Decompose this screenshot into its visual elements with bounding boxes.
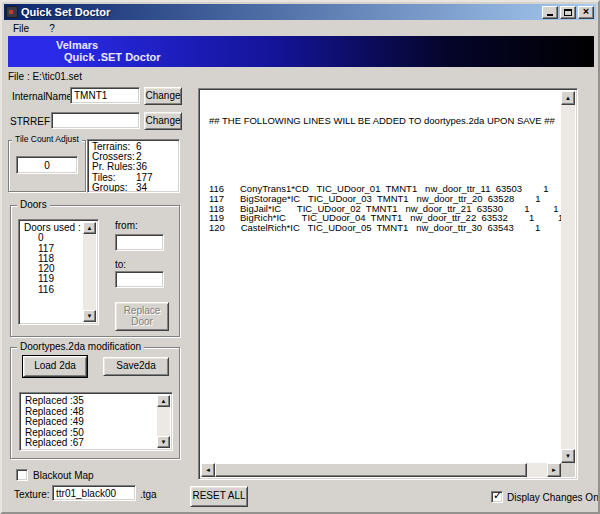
- close-icon: ×: [583, 6, 589, 17]
- doors-group: Doors Doors used :0117118120119116 ▲ ▼ f…: [10, 205, 180, 337]
- display-changes-label[interactable]: Display Changes Only: [507, 492, 600, 503]
- tile-count-group: Tile Count Adjust: [8, 140, 86, 192]
- minimize-button[interactable]: [542, 6, 558, 19]
- tile-count-input[interactable]: [16, 156, 78, 174]
- texture-label: Texture:: [14, 489, 50, 500]
- tile-count-group-title: Tile Count Adjust: [12, 134, 82, 144]
- banner-line1: Velmars: [56, 39, 98, 51]
- doortypes-group-title: Doortypes.2da modification: [17, 341, 144, 352]
- door-to-input[interactable]: [115, 271, 164, 288]
- output-rows: 116 ConyTrans1*CD TIC_UDoor_01 TMNT1 nw_…: [209, 155, 561, 233]
- doors-used-item[interactable]: 116: [24, 285, 83, 295]
- menu-item[interactable]: File: [11, 23, 31, 34]
- close-button[interactable]: ×: [578, 6, 594, 19]
- output-vertical-scrollbar[interactable]: ▲ ▼: [561, 91, 575, 463]
- replaced-label: Replaced :: [25, 396, 73, 407]
- door-from-input[interactable]: [115, 234, 164, 251]
- door-to-label: to:: [115, 259, 126, 270]
- set-stats-list[interactable]: Terrains: 6 Crossers: 2 Pr. Rules: 36 Ti…: [87, 139, 180, 193]
- texture-input[interactable]: [52, 485, 136, 501]
- app-banner: Velmars Quick .SET Doctor: [8, 36, 594, 67]
- blackout-map-label[interactable]: Blackout Map: [33, 470, 94, 481]
- replaced-item[interactable]: Replaced : 67: [25, 438, 157, 448]
- texture-suffix-label: .tga: [140, 489, 157, 500]
- load-2da-button[interactable]: Load 2da: [23, 356, 87, 377]
- stat-label: Groups:: [92, 183, 136, 193]
- strref-label: STRREF: [10, 116, 50, 127]
- replaced-value: 35: [73, 396, 84, 407]
- reset-all-button[interactable]: RESET ALL: [190, 486, 248, 507]
- menu-item[interactable]: ?: [47, 23, 57, 34]
- output-horizontal-scrollbar[interactable]: ◄ ►: [201, 463, 561, 477]
- maximize-icon: [564, 9, 572, 16]
- strref-input[interactable]: [51, 112, 140, 129]
- replaced-scrollbar[interactable]: ▲ ▼: [157, 395, 170, 448]
- stat-value: 34: [136, 183, 147, 193]
- replaced-value: 67: [73, 438, 84, 448]
- title-bar[interactable]: Quick Set Doctor ×: [4, 4, 596, 20]
- check-icon: ✓: [493, 489, 502, 502]
- scroll-up-icon[interactable]: ▲: [157, 395, 170, 407]
- scroll-down-icon[interactable]: ▼: [83, 310, 96, 322]
- scroll-up-icon[interactable]: ▲: [561, 91, 575, 105]
- doors-used-items: Doors used :0117118120119116: [21, 222, 83, 322]
- doors-used-listbox[interactable]: Doors used :0117118120119116 ▲ ▼: [18, 219, 99, 325]
- replaced-listbox[interactable]: Replaced : 35 Replaced : 48 Replaced : 4…: [19, 392, 173, 451]
- stats-row: Groups: 34: [92, 183, 179, 193]
- app-window: Quick Set Doctor × File? Velmars Quick .…: [0, 0, 600, 514]
- replaced-item[interactable]: Replaced : 35: [25, 396, 157, 407]
- menu-bar: File?: [5, 21, 595, 35]
- replaced-label: Replaced :: [25, 438, 73, 448]
- output-textarea[interactable]: ## THE FOLLOWING LINES WILL BE ADDED TO …: [198, 88, 578, 480]
- window-title: Quick Set Doctor: [21, 6, 542, 18]
- maximize-button[interactable]: [560, 6, 576, 19]
- output-header: ## THE FOLLOWING LINES WILL BE ADDED TO …: [209, 116, 561, 126]
- doors-used-item[interactable]: Doors used :: [24, 223, 83, 233]
- doors-group-title: Doors: [17, 199, 50, 210]
- scroll-down-icon[interactable]: ▼: [561, 449, 575, 463]
- output-line: 120 CastelRich*IC TIC_UDoor_05 TMNT1 nw_…: [209, 223, 561, 233]
- horizontal-scroll-thumb[interactable]: [215, 463, 527, 477]
- replace-door-label-1: Replace: [124, 306, 161, 317]
- scroll-up-icon[interactable]: ▲: [83, 222, 96, 234]
- banner-line2: Quick .SET Doctor: [64, 51, 161, 63]
- scroll-left-icon[interactable]: ◄: [201, 463, 215, 477]
- change-strref-button[interactable]: Change: [144, 112, 182, 130]
- blackout-map-checkbox[interactable]: ✓: [16, 469, 28, 481]
- replace-door-button[interactable]: Replace Door: [115, 302, 169, 331]
- replace-door-label-2: Door: [131, 317, 153, 328]
- internal-name-label: InternalName: [12, 91, 72, 102]
- app-icon[interactable]: [6, 6, 18, 18]
- change-internal-name-button[interactable]: Change: [144, 87, 182, 105]
- minimize-icon: [547, 14, 553, 16]
- door-from-label: from:: [115, 220, 138, 231]
- scroll-down-icon[interactable]: ▼: [157, 436, 170, 448]
- display-changes-checkbox[interactable]: ✓: [491, 491, 503, 503]
- internal-name-input[interactable]: [70, 87, 140, 104]
- doortypes-group: Doortypes.2da modification Load 2da Save…: [10, 347, 180, 459]
- replaced-items: Replaced : 35 Replaced : 48 Replaced : 4…: [22, 395, 157, 448]
- output-text[interactable]: ## THE FOLLOWING LINES WILL BE ADDED TO …: [201, 91, 561, 463]
- scrollbar-corner: [561, 463, 575, 477]
- current-file-label: File : E:\tic01.set: [8, 71, 82, 82]
- save-2da-button[interactable]: Save2da: [103, 357, 169, 376]
- doors-scrollbar[interactable]: ▲ ▼: [83, 222, 96, 322]
- scroll-right-icon[interactable]: ►: [547, 463, 561, 477]
